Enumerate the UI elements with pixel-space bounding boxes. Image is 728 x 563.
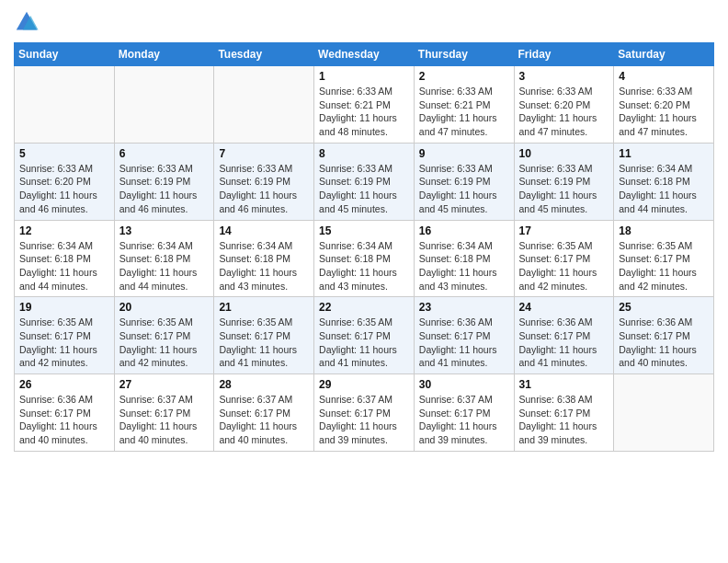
calendar-cell: 10Sunrise: 6:33 AM Sunset: 6:19 PM Dayli… xyxy=(514,143,614,220)
day-number: 18 xyxy=(619,224,709,237)
calendar-cell: 25Sunrise: 6:36 AM Sunset: 6:17 PM Dayli… xyxy=(614,297,714,374)
weekday-header: Thursday xyxy=(414,43,514,66)
day-info: Sunrise: 6:34 AM Sunset: 6:18 PM Dayligh… xyxy=(619,162,709,216)
calendar-cell: 26Sunrise: 6:36 AM Sunset: 6:17 PM Dayli… xyxy=(15,374,115,452)
calendar-cell: 7Sunrise: 6:33 AM Sunset: 6:19 PM Daylig… xyxy=(214,143,314,220)
day-number: 16 xyxy=(419,224,509,237)
calendar-cell: 30Sunrise: 6:37 AM Sunset: 6:17 PM Dayli… xyxy=(414,374,514,452)
day-number: 27 xyxy=(119,378,210,391)
day-info: Sunrise: 6:36 AM Sunset: 6:17 PM Dayligh… xyxy=(19,393,109,447)
calendar-cell: 19Sunrise: 6:35 AM Sunset: 6:17 PM Dayli… xyxy=(15,297,115,374)
day-number: 25 xyxy=(619,301,709,314)
calendar-cell: 11Sunrise: 6:34 AM Sunset: 6:18 PM Dayli… xyxy=(614,143,714,220)
day-info: Sunrise: 6:37 AM Sunset: 6:17 PM Dayligh… xyxy=(319,393,409,447)
day-info: Sunrise: 6:33 AM Sunset: 6:21 PM Dayligh… xyxy=(419,85,509,139)
day-number: 9 xyxy=(419,147,509,160)
page-header xyxy=(14,9,714,35)
calendar-cell: 1Sunrise: 6:33 AM Sunset: 6:21 PM Daylig… xyxy=(314,66,415,144)
calendar-cell: 5Sunrise: 6:33 AM Sunset: 6:20 PM Daylig… xyxy=(15,143,115,220)
calendar-cell: 22Sunrise: 6:35 AM Sunset: 6:17 PM Dayli… xyxy=(314,297,415,374)
calendar-cell: 9Sunrise: 6:33 AM Sunset: 6:19 PM Daylig… xyxy=(414,143,514,220)
calendar-cell xyxy=(614,374,714,452)
day-number: 13 xyxy=(119,224,210,237)
calendar-cell xyxy=(114,66,214,144)
day-number: 10 xyxy=(519,147,609,160)
day-info: Sunrise: 6:35 AM Sunset: 6:17 PM Dayligh… xyxy=(219,316,309,370)
day-info: Sunrise: 6:33 AM Sunset: 6:19 PM Dayligh… xyxy=(319,162,409,216)
day-info: Sunrise: 6:34 AM Sunset: 6:18 PM Dayligh… xyxy=(319,239,409,293)
day-number: 15 xyxy=(319,224,409,237)
day-info: Sunrise: 6:37 AM Sunset: 6:17 PM Dayligh… xyxy=(419,393,509,447)
day-number: 20 xyxy=(119,301,210,314)
day-info: Sunrise: 6:33 AM Sunset: 6:19 PM Dayligh… xyxy=(519,162,609,216)
weekday-header: Monday xyxy=(114,43,214,66)
calendar-cell: 3Sunrise: 6:33 AM Sunset: 6:20 PM Daylig… xyxy=(514,66,614,144)
logo-icon xyxy=(14,9,40,35)
day-info: Sunrise: 6:33 AM Sunset: 6:19 PM Dayligh… xyxy=(419,162,509,216)
calendar-cell xyxy=(15,66,115,144)
calendar-cell: 23Sunrise: 6:36 AM Sunset: 6:17 PM Dayli… xyxy=(414,297,514,374)
day-number: 4 xyxy=(619,70,709,83)
calendar-week-row: 19Sunrise: 6:35 AM Sunset: 6:17 PM Dayli… xyxy=(15,297,714,374)
calendar-cell: 24Sunrise: 6:36 AM Sunset: 6:17 PM Dayli… xyxy=(514,297,614,374)
day-info: Sunrise: 6:33 AM Sunset: 6:19 PM Dayligh… xyxy=(119,162,210,216)
calendar-cell: 8Sunrise: 6:33 AM Sunset: 6:19 PM Daylig… xyxy=(314,143,415,220)
weekday-header: Sunday xyxy=(15,43,115,66)
day-number: 21 xyxy=(219,301,309,314)
calendar-cell: 17Sunrise: 6:35 AM Sunset: 6:17 PM Dayli… xyxy=(514,220,614,297)
day-info: Sunrise: 6:36 AM Sunset: 6:17 PM Dayligh… xyxy=(419,316,509,370)
day-number: 23 xyxy=(419,301,509,314)
day-info: Sunrise: 6:33 AM Sunset: 6:20 PM Dayligh… xyxy=(19,162,109,216)
calendar-cell: 28Sunrise: 6:37 AM Sunset: 6:17 PM Dayli… xyxy=(214,374,314,452)
day-number: 1 xyxy=(319,70,409,83)
calendar-cell: 29Sunrise: 6:37 AM Sunset: 6:17 PM Dayli… xyxy=(314,374,415,452)
day-info: Sunrise: 6:33 AM Sunset: 6:19 PM Dayligh… xyxy=(219,162,309,216)
day-info: Sunrise: 6:36 AM Sunset: 6:17 PM Dayligh… xyxy=(519,316,609,370)
day-number: 3 xyxy=(519,70,609,83)
day-info: Sunrise: 6:34 AM Sunset: 6:18 PM Dayligh… xyxy=(219,239,309,293)
calendar-cell: 21Sunrise: 6:35 AM Sunset: 6:17 PM Dayli… xyxy=(214,297,314,374)
calendar-cell: 16Sunrise: 6:34 AM Sunset: 6:18 PM Dayli… xyxy=(414,220,514,297)
weekday-header: Wednesday xyxy=(314,43,415,66)
calendar-header-row: SundayMondayTuesdayWednesdayThursdayFrid… xyxy=(15,43,714,66)
day-number: 6 xyxy=(119,147,210,160)
day-number: 2 xyxy=(419,70,509,83)
day-info: Sunrise: 6:33 AM Sunset: 6:20 PM Dayligh… xyxy=(519,85,609,139)
day-number: 19 xyxy=(19,301,109,314)
day-info: Sunrise: 6:34 AM Sunset: 6:18 PM Dayligh… xyxy=(19,239,109,293)
weekday-header: Friday xyxy=(514,43,614,66)
weekday-header: Tuesday xyxy=(214,43,314,66)
day-info: Sunrise: 6:38 AM Sunset: 6:17 PM Dayligh… xyxy=(519,393,609,447)
day-number: 14 xyxy=(219,224,309,237)
calendar-cell: 20Sunrise: 6:35 AM Sunset: 6:17 PM Dayli… xyxy=(114,297,214,374)
calendar-cell: 18Sunrise: 6:35 AM Sunset: 6:17 PM Dayli… xyxy=(614,220,714,297)
day-number: 30 xyxy=(419,378,509,391)
day-number: 28 xyxy=(219,378,309,391)
calendar-cell: 2Sunrise: 6:33 AM Sunset: 6:21 PM Daylig… xyxy=(414,66,514,144)
day-info: Sunrise: 6:37 AM Sunset: 6:17 PM Dayligh… xyxy=(119,393,210,447)
day-number: 5 xyxy=(19,147,109,160)
calendar-week-row: 26Sunrise: 6:36 AM Sunset: 6:17 PM Dayli… xyxy=(15,374,714,452)
day-info: Sunrise: 6:34 AM Sunset: 6:18 PM Dayligh… xyxy=(119,239,210,293)
day-info: Sunrise: 6:35 AM Sunset: 6:17 PM Dayligh… xyxy=(519,239,609,293)
day-info: Sunrise: 6:34 AM Sunset: 6:18 PM Dayligh… xyxy=(419,239,509,293)
day-number: 22 xyxy=(319,301,409,314)
weekday-header: Saturday xyxy=(614,43,714,66)
day-info: Sunrise: 6:33 AM Sunset: 6:20 PM Dayligh… xyxy=(619,85,709,139)
day-number: 7 xyxy=(219,147,309,160)
calendar-week-row: 12Sunrise: 6:34 AM Sunset: 6:18 PM Dayli… xyxy=(15,220,714,297)
day-info: Sunrise: 6:35 AM Sunset: 6:17 PM Dayligh… xyxy=(119,316,210,370)
day-number: 31 xyxy=(519,378,609,391)
calendar-week-row: 5Sunrise: 6:33 AM Sunset: 6:20 PM Daylig… xyxy=(15,143,714,220)
day-number: 11 xyxy=(619,147,709,160)
day-info: Sunrise: 6:36 AM Sunset: 6:17 PM Dayligh… xyxy=(619,316,709,370)
day-number: 17 xyxy=(519,224,609,237)
day-info: Sunrise: 6:33 AM Sunset: 6:21 PM Dayligh… xyxy=(319,85,409,139)
calendar-cell: 15Sunrise: 6:34 AM Sunset: 6:18 PM Dayli… xyxy=(314,220,415,297)
day-number: 29 xyxy=(319,378,409,391)
calendar-table: SundayMondayTuesdayWednesdayThursdayFrid… xyxy=(14,42,714,452)
calendar-cell: 14Sunrise: 6:34 AM Sunset: 6:18 PM Dayli… xyxy=(214,220,314,297)
day-info: Sunrise: 6:35 AM Sunset: 6:17 PM Dayligh… xyxy=(619,239,709,293)
day-info: Sunrise: 6:35 AM Sunset: 6:17 PM Dayligh… xyxy=(319,316,409,370)
day-info: Sunrise: 6:37 AM Sunset: 6:17 PM Dayligh… xyxy=(219,393,309,447)
